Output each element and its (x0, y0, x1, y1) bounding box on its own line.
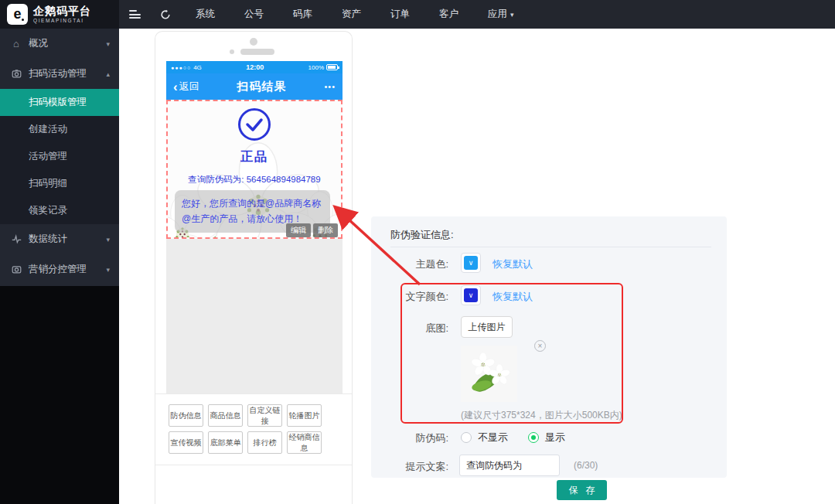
tag-bottom-menu[interactable]: 底部菜单 (208, 431, 243, 454)
chevron-down-icon: ∨ (469, 291, 474, 299)
chevron-up-icon: ▴ (106, 70, 110, 78)
empty-screen-area (166, 239, 343, 393)
sidebar-item-template-mgmt[interactable]: 扫码模版管理 (0, 89, 119, 116)
battery-icon (326, 64, 338, 70)
sidebar-submenu: 扫码模版管理 创建活动 活动管理 扫码明细 领奖记录 (0, 89, 119, 224)
check-circle-icon (237, 107, 272, 142)
sidebar-menu: ⌂ 概况 ▾ 扫码活动管理 ▴ 扫码模版管理 创建活动 活动管理 扫码明细 领奖… (0, 29, 119, 286)
battery-percent: 100% (308, 64, 324, 71)
edit-button[interactable]: 编辑 (286, 223, 311, 237)
char-counter: (6/30) (574, 460, 598, 471)
module-tag-list: 防伪信息 商品信息 自定义链接 轮播图片 宣传视频 底部菜单 排行榜 经销商信息 (155, 393, 352, 465)
nav-item-orders[interactable]: 订单 (376, 0, 424, 29)
anticode-radio-group: 不显示 显示 (461, 431, 579, 444)
nav-item-apps[interactable]: 应用 ▾ (473, 0, 529, 29)
radio-show[interactable] (528, 432, 539, 443)
nav-item-official-account[interactable]: 公号 (230, 0, 278, 29)
chevron-down-icon: ∨ (469, 259, 474, 267)
camera-icon (11, 69, 22, 80)
network-label: 4G (193, 64, 202, 71)
sidebar-item-scan-mgmt[interactable]: 扫码活动管理 ▴ (0, 59, 119, 89)
more-menu-icon[interactable]: ••• (324, 82, 336, 91)
chevron-down-icon: ▾ (106, 266, 110, 274)
phone-preview-panel: ●●●○○ 4G 12:00 100% ‹ 返回 扫码结果 ••• (155, 31, 353, 504)
brand-logo-icon: e (7, 4, 28, 25)
chevron-down-icon: ▾ (106, 236, 110, 243)
phone-speaker (240, 49, 274, 55)
sidebar-item-label: 概况 (29, 37, 106, 50)
sidebar-item-create-activity[interactable]: 创建活动 (0, 116, 119, 143)
battery-indicator: 100% (308, 64, 338, 71)
anticounterfeit-settings-panel: 防伪验证信息: 主题色: ∨ 恢复默认 文字颜色: ∨ 恢复默认 底图: 上传图… (371, 216, 727, 478)
sidebar-item-label: 扫码活动管理 (29, 67, 106, 80)
nav-item-customers[interactable]: 客户 (424, 0, 473, 29)
chevron-down-icon: ▾ (510, 11, 514, 19)
sidebar-item-overview[interactable]: ⌂ 概况 ▾ (0, 29, 119, 59)
flower-thumbnail-image (461, 346, 517, 402)
chevron-down-icon: ▾ (106, 40, 110, 48)
tag-promo-video[interactable]: 宣传视频 (169, 431, 203, 454)
top-nav: 系统 公号 码库 资产 订单 客户 应用 ▾ (119, 0, 835, 29)
section-divider (390, 247, 711, 247)
radio-hide[interactable] (461, 432, 472, 443)
text-color-label: 文字颜色: (383, 290, 448, 304)
nav-item-system[interactable]: 系统 (181, 0, 230, 29)
back-label: 返回 (179, 80, 199, 94)
sidebar-item-stats[interactable]: 数据统计 ▾ (0, 224, 119, 254)
tag-anticounterfeit-info[interactable]: 防伪信息 (169, 404, 203, 427)
form-section-title: 防伪验证信息: (390, 228, 454, 242)
anticode-label: 防伪码: (383, 431, 448, 445)
tag-product-info[interactable]: 商品信息 (208, 404, 243, 427)
sidebar-item-scan-detail[interactable]: 扫码明细 (0, 170, 119, 197)
phone-page-title: 扫码结果 (199, 80, 325, 94)
camera-icon (11, 264, 22, 275)
upload-image-button[interactable]: 上传图片 (461, 316, 513, 338)
sidebar-item-activity-mgmt[interactable]: 活动管理 (0, 143, 119, 170)
brand-name: 企鹅码平台 (33, 5, 91, 16)
hint-text-label: 提示文案: (383, 460, 448, 474)
phone-screen: ●●●○○ 4G 12:00 100% ‹ 返回 扫码结果 ••• (166, 61, 343, 239)
theme-color-label: 主题色: (383, 257, 448, 271)
sidebar-item-marketing[interactable]: 营销分控管理 ▾ (0, 254, 119, 284)
refresh-icon[interactable] (150, 0, 181, 29)
brand-header: e 企鹅码平台 QIEMAPINGTAI (0, 0, 119, 29)
text-color-picker[interactable]: ∨ (461, 285, 481, 305)
image-size-hint: (建议尺寸375*324，图片大小500KB内) (461, 409, 622, 422)
back-chevron-icon: ‹ (173, 80, 178, 94)
tag-dealer-info[interactable]: 经销商信息 (287, 431, 322, 454)
hint-text-input[interactable] (459, 455, 560, 476)
phone-nav-bar: ‹ 返回 扫码结果 ••• (166, 73, 343, 100)
uploaded-image-thumbnail[interactable] (461, 346, 517, 402)
pulse-icon (11, 234, 22, 245)
nav-item-code-library[interactable]: 码库 (278, 0, 327, 29)
nav-item-apps-label: 应用 (488, 8, 507, 21)
restore-theme-default-link[interactable]: 恢复默认 (492, 257, 533, 271)
brand-subtitle: QIEMAPINGTAI (33, 19, 91, 24)
sidebar-item-label: 营销分控管理 (29, 263, 106, 276)
sidebar-item-label: 数据统计 (29, 233, 106, 246)
delete-button[interactable]: 删除 (313, 223, 338, 237)
nav-item-assets[interactable]: 资产 (327, 0, 376, 29)
tag-ranking[interactable]: 排行榜 (247, 431, 282, 454)
signal-icon: ●●●○○ (171, 65, 191, 70)
verdict-text: 正品 (168, 149, 341, 165)
restore-text-color-default-link[interactable]: 恢复默认 (492, 290, 533, 304)
radio-show-label[interactable]: 显示 (545, 431, 565, 444)
home-icon: ⌂ (11, 39, 22, 49)
anticounterfeit-block-selected[interactable]: 正品 查询防伪码为: 564564894984789 您好，您所查询的是@品牌商… (166, 100, 343, 239)
theme-color-picker[interactable]: ∨ (461, 253, 481, 273)
tag-custom-link[interactable]: 自定义链接 (247, 404, 282, 427)
back-button[interactable]: ‹ 返回 (173, 80, 199, 94)
phone-status-bar: ●●●○○ 4G 12:00 100% (166, 61, 343, 73)
collapse-sidebar-icon[interactable] (119, 0, 150, 29)
anticode-line: 查询防伪码为: 564564894984789 (168, 174, 341, 186)
panel-divider (155, 465, 352, 465)
status-time: 12:00 (202, 63, 308, 71)
tag-carousel-images[interactable]: 轮播图片 (287, 404, 322, 427)
bg-image-label: 底图: (383, 322, 448, 335)
radio-hide-label[interactable]: 不显示 (478, 431, 508, 444)
save-button[interactable]: 保 存 (557, 480, 607, 500)
sidebar: e 企鹅码平台 QIEMAPINGTAI ⌂ 概况 ▾ 扫码活动管理 ▴ 扫码模… (0, 0, 119, 504)
sidebar-item-prize-record[interactable]: 领奖记录 (0, 197, 119, 224)
remove-image-icon[interactable]: × (534, 340, 546, 352)
